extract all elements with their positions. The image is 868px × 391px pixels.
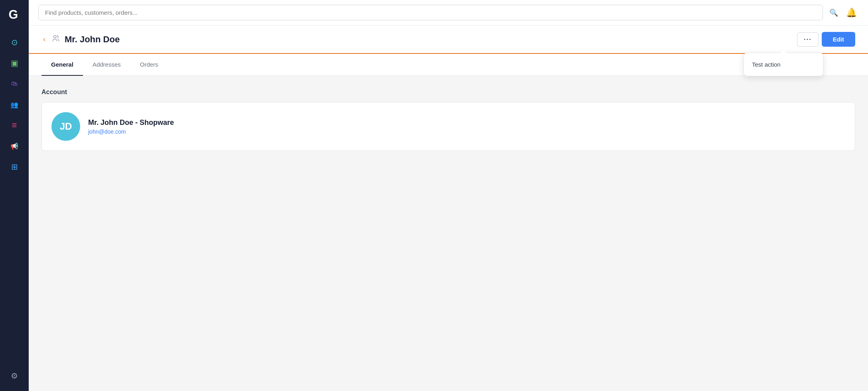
svg-point-2 xyxy=(53,36,56,38)
tab-orders[interactable]: Orders xyxy=(130,54,168,76)
sidebar-item-orders[interactable]: 🛍 xyxy=(6,75,23,93)
search-box xyxy=(38,5,823,20)
page-title: Mr. John Doe xyxy=(65,34,120,45)
products-icon: ▣ xyxy=(11,58,18,68)
customers-breadcrumb-icon xyxy=(52,34,60,44)
sidebar-item-campaigns[interactable]: 📢 xyxy=(6,137,23,155)
tab-addresses[interactable]: Addresses xyxy=(83,54,130,76)
sidebar-item-integrations[interactable]: ⊞ xyxy=(6,158,23,176)
sidebar-item-customers[interactable]: 👥 xyxy=(6,96,23,113)
settings-icon: ⚙ xyxy=(11,371,18,381)
account-section-title: Account xyxy=(41,89,855,96)
content: ‹ Mr. John Doe ··· Edit Test action xyxy=(29,26,868,391)
page-header: ‹ Mr. John Doe ··· Edit Test action xyxy=(29,26,868,54)
page-body: Account JD Mr. John Doe - Shopware john@… xyxy=(29,76,868,164)
topbar: 🔍 🔔 xyxy=(29,0,868,26)
marketing-icon: ≡ xyxy=(12,120,17,130)
svg-text:G: G xyxy=(9,8,18,21)
dropdown-item-test-action[interactable]: Test action xyxy=(744,56,823,73)
sidebar: G ⊙ ▣ 🛍 👥 ≡ 📢 ⊞ ⚙ xyxy=(0,0,29,391)
edit-button[interactable]: Edit xyxy=(822,32,855,47)
page-header-right: ··· Edit Test action xyxy=(797,32,855,47)
back-button[interactable]: ‹ xyxy=(41,34,47,45)
tabs-bar: General Addresses Orders xyxy=(29,54,868,76)
dropdown-menu: Test action xyxy=(744,53,823,76)
search-input[interactable] xyxy=(45,9,816,16)
campaigns-icon: 📢 xyxy=(10,142,18,150)
account-email[interactable]: john@doe.com xyxy=(88,128,174,135)
account-card: JD Mr. John Doe - Shopware john@doe.com xyxy=(41,102,855,151)
dashboard-icon: ⊙ xyxy=(11,38,18,47)
avatar: JD xyxy=(51,112,80,141)
search-icon[interactable]: 🔍 xyxy=(829,8,838,17)
main-area: 🔍 🔔 ‹ Mr. John Doe ··· Edit xyxy=(29,0,868,391)
more-actions-button[interactable]: ··· xyxy=(797,32,818,47)
integrations-icon: ⊞ xyxy=(11,162,18,172)
page-header-left: ‹ Mr. John Doe xyxy=(41,34,120,45)
tab-general[interactable]: General xyxy=(41,54,83,76)
sidebar-item-products[interactable]: ▣ xyxy=(6,54,23,72)
sidebar-item-settings[interactable]: ⚙ xyxy=(6,367,23,385)
customers-icon: 👥 xyxy=(10,101,18,109)
account-name: Mr. John Doe - Shopware xyxy=(88,118,174,127)
orders-icon: 🛍 xyxy=(11,80,18,87)
sidebar-item-marketing[interactable]: ≡ xyxy=(6,117,23,134)
notification-icon[interactable]: 🔔 xyxy=(844,6,858,20)
logo[interactable]: G xyxy=(6,6,23,24)
sidebar-item-dashboard[interactable]: ⊙ xyxy=(6,34,23,51)
account-info: Mr. John Doe - Shopware john@doe.com xyxy=(88,118,174,135)
